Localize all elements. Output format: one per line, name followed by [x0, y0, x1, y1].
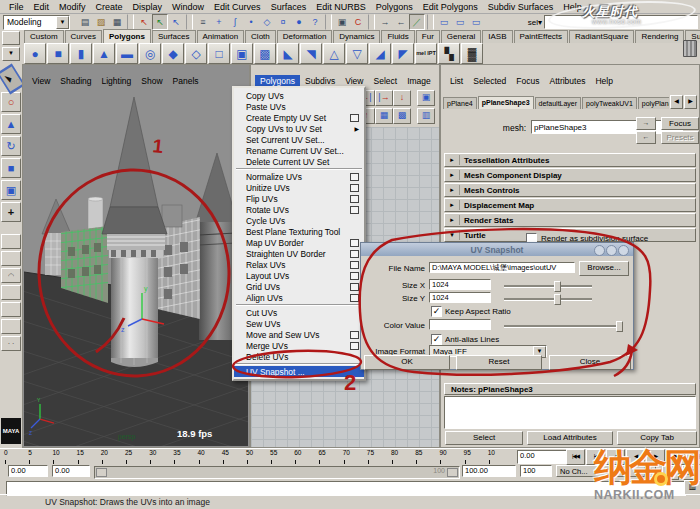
shelf-tab[interactable]: IASB: [482, 30, 512, 43]
menu-item[interactable]: Edit Polygons: [418, 2, 483, 12]
poly-extrude-edge-icon[interactable]: □: [208, 43, 230, 64]
section-expand-icon[interactable]: [445, 200, 460, 210]
shelf-tab[interactable]: Animation: [197, 30, 245, 43]
menu-option[interactable]: Cycle UVs ▶: [234, 215, 364, 226]
menu-item[interactable]: Modify: [54, 2, 91, 12]
shelf-tab[interactable]: Custom: [24, 30, 64, 43]
shelf-menu-button[interactable]: ▼: [2, 47, 20, 61]
animation-preferences-icon[interactable]: ▤: [682, 465, 699, 480]
anti-alias-checkbox[interactable]: [431, 334, 442, 345]
range-end-max-field[interactable]: 100: [520, 465, 552, 477]
uv-texture-icon[interactable]: ▩: [393, 108, 411, 124]
focus-button[interactable]: Focus: [661, 117, 699, 130]
poly-cylinder-icon[interactable]: ▮: [70, 43, 92, 64]
play-button[interactable]: ▶: [646, 449, 665, 465]
window-close-icon[interactable]: [618, 245, 629, 256]
color-value-slider[interactable]: [504, 325, 623, 328]
move-tool[interactable]: ▲: [1, 114, 21, 134]
option-box-icon[interactable]: [350, 239, 359, 247]
edit-pressed-button[interactable]: ／: [409, 14, 425, 30]
trash-icon[interactable]: [683, 40, 697, 57]
section-expand-icon[interactable]: [445, 215, 460, 225]
menu-option[interactable]: Set Current UV Set... ▶: [234, 134, 364, 145]
toolbar-separator[interactable]: [127, 14, 134, 30]
shelf-tab[interactable]: Fluids: [381, 30, 414, 43]
menu-option[interactable]: Align UVs ▶: [234, 292, 364, 303]
menu-option[interactable]: Straighten UV Border ▶: [234, 248, 364, 259]
input-connection-icon[interactable]: →: [636, 117, 656, 130]
option-box-icon[interactable]: [350, 283, 359, 291]
range-start-min-field[interactable]: 0.00: [8, 465, 48, 477]
render-globals-button[interactable]: ▭: [468, 14, 484, 30]
browse-button[interactable]: Browse...: [579, 261, 629, 276]
poly-split-icon[interactable]: ▣: [231, 43, 253, 64]
viewport-menu-item[interactable]: Shading: [55, 75, 96, 87]
menu-item[interactable]: Window: [167, 2, 209, 12]
menu-option[interactable]: Map UV Border ▶: [234, 237, 364, 248]
menu-option[interactable]: Unitize UVs ▶: [234, 182, 364, 193]
output-connection-icon[interactable]: ←: [636, 131, 656, 144]
menu-option[interactable]: Rotate UVs ▶: [234, 204, 364, 215]
keep-aspect-checkbox[interactable]: [431, 306, 442, 317]
uv-editor-menu-item[interactable]: Polygons: [255, 75, 300, 87]
menu-item[interactable]: Edit Curves: [209, 2, 266, 12]
menu-item[interactable]: Help: [558, 2, 587, 12]
size-y-slider[interactable]: [504, 298, 592, 301]
shelf-tab[interactable]: Dynamics: [333, 30, 380, 43]
poly-sphere-icon[interactable]: ●: [24, 43, 46, 64]
viewport-menu-item[interactable]: Lighting: [96, 75, 136, 87]
option-box-icon[interactable]: [350, 342, 359, 350]
menu-option[interactable]: Best Plane Texturing Tool ▶: [234, 226, 364, 237]
make-live-button[interactable]: ¤: [275, 14, 291, 30]
menu-option[interactable]: Paste UVs ▶: [234, 101, 364, 112]
uv-editor-menu-item[interactable]: Image: [402, 75, 436, 87]
menu-item[interactable]: Display: [128, 2, 168, 12]
shelf-tab[interactable]: PaintEffects: [514, 30, 569, 43]
option-box-icon[interactable]: [350, 184, 359, 192]
file-name-input[interactable]: D:\MAYA MODEL\城堡\images\outUV: [429, 262, 575, 273]
poly-wedge-icon[interactable]: ◣: [277, 43, 299, 64]
go-to-end-button[interactable]: ▶▶|: [686, 449, 700, 465]
size-x-slider[interactable]: [504, 285, 592, 288]
show-manipulator-tool[interactable]: +: [1, 202, 21, 222]
shelf-tab[interactable]: Polygons: [103, 29, 151, 43]
presets-button[interactable]: Presets: [661, 131, 699, 144]
bake-icon[interactable]: ▚: [438, 43, 460, 64]
ae-menu-item[interactable]: Selected: [468, 75, 511, 87]
window-maximize-icon[interactable]: [606, 245, 617, 256]
option-box-icon[interactable]: [350, 195, 359, 203]
option-box-icon[interactable]: [350, 272, 359, 280]
poly-extrude-face-icon[interactable]: ◇: [185, 43, 207, 64]
menu-item[interactable]: Surfaces: [266, 2, 312, 12]
option-box-icon[interactable]: [350, 261, 359, 269]
menu-item[interactable]: File: [4, 2, 29, 12]
time-slider[interactable]: 0510152025303540455055606570758085909510…: [0, 448, 700, 465]
menu-item[interactable]: Polygons: [371, 2, 418, 12]
copy-tab-button[interactable]: Copy Tab: [617, 431, 697, 445]
menu-option[interactable]: Move and Sew UVs ▶: [234, 329, 364, 340]
menu-option[interactable]: Create Empty UV Set ▶: [234, 112, 364, 123]
option-box-icon[interactable]: [350, 173, 359, 181]
ae-tab[interactable]: polyTweakUV1: [582, 97, 637, 109]
range-handle-left[interactable]: [96, 468, 107, 477]
menu-item[interactable]: Edit NURBS: [311, 2, 371, 12]
ae-tab[interactable]: pPlane4: [443, 97, 477, 109]
script-editor-icon[interactable]: ▥: [684, 480, 700, 495]
help-icon-button[interactable]: ?: [307, 14, 323, 30]
redo-curl-button[interactable]: C: [350, 14, 366, 30]
option-box-icon[interactable]: [350, 114, 359, 122]
shelf-tab[interactable]: General: [441, 30, 481, 43]
dpm-icon[interactable]: ▓: [461, 43, 483, 64]
ipr-render-button[interactable]: ▭: [452, 14, 468, 30]
attribute-section-bar[interactable]: Displacement Map: [444, 198, 696, 212]
size-y-input[interactable]: 1024: [429, 292, 491, 303]
option-box-icon[interactable]: [350, 250, 359, 258]
menu-option[interactable]: Merge UVs ▶: [234, 340, 364, 351]
poly-plane-icon[interactable]: ▬: [116, 43, 138, 64]
toolbar-separator[interactable]: [325, 14, 332, 30]
section-expand-icon[interactable]: [445, 185, 460, 195]
ok-button[interactable]: OK: [364, 355, 450, 370]
viewport-menu-item[interactable]: Show: [136, 75, 167, 87]
menu-option[interactable]: Rename Current UV Set... ▶: [234, 145, 364, 156]
viewport-canvas[interactable]: y z Y Z persp 18.9 fps: [24, 87, 248, 446]
